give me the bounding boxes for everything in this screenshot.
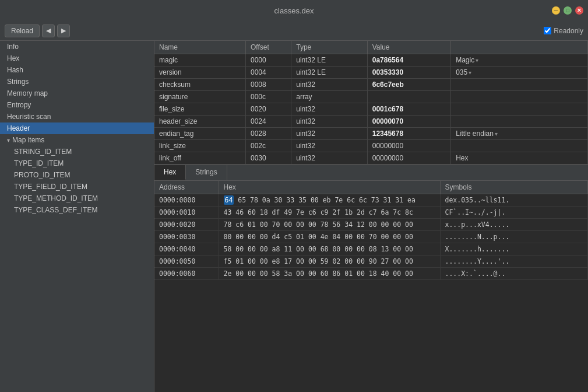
cell-value: 00000000 — [367, 152, 450, 164]
cell-extra[interactable]: Little endian ▾ — [451, 128, 588, 140]
sidebar-item-map-items[interactable]: ▾Map items — [0, 134, 154, 146]
sidebar-item-label: PROTO_ID_ITEM — [14, 171, 70, 179]
dropdown-arrow-icon[interactable]: ▾ — [476, 57, 478, 64]
hex-row: 0000:003000 00 00 00 d4 c5 01 00 4e 04 0… — [154, 231, 588, 243]
dropdown-arrow-icon[interactable]: ▾ — [495, 131, 498, 137]
sidebar-item-strings[interactable]: Strings — [0, 76, 154, 88]
cell-value: 6c6c7eeb — [367, 79, 450, 91]
hex-address: 0000:0020 — [154, 219, 219, 231]
cell-extra: Hex — [451, 152, 588, 164]
cell-offset: 0004 — [246, 66, 291, 79]
dropdown-arrow-icon[interactable]: ▾ — [469, 69, 471, 76]
data-table: Name Offset Type Value magic0000uint32 L… — [154, 41, 588, 164]
window-title: classes.dex — [274, 6, 314, 15]
cell-name: link_size — [154, 140, 246, 152]
table-row[interactable]: header_size0024uint3200000070 — [154, 116, 588, 128]
cell-extra — [451, 116, 588, 128]
cell-type: uint32 LE — [291, 66, 367, 79]
col-offset: Offset — [246, 41, 291, 54]
table-row[interactable]: file_size0020uint320001c678 — [154, 103, 588, 116]
cell-name: magic — [154, 54, 246, 66]
cell-name: signature — [154, 91, 246, 103]
cell-offset: 0008 — [246, 79, 291, 91]
hex-table: Address Hex Symbols 0000:000064 65 78 0a… — [154, 181, 588, 280]
cell-name: header_size — [154, 116, 246, 128]
main-content: InfoHexHashStringsMemory mapEntropyHeuri… — [0, 41, 588, 392]
cell-offset: 0000 — [246, 54, 291, 66]
sidebar-item-proto-id-item[interactable]: PROTO_ID_ITEM — [0, 169, 154, 181]
sidebar-item-heuristic-scan[interactable]: Heuristic scan — [0, 111, 154, 123]
sidebar-item-type-method-id-item[interactable]: TYPE_METHOD_ID_ITEM — [0, 192, 154, 204]
sidebar: InfoHexHashStringsMemory mapEntropyHeuri… — [0, 41, 154, 392]
sidebar-item-hex[interactable]: Hex — [0, 52, 154, 64]
toolbar: Reload ◀ ▶ Readonly — [0, 21, 588, 41]
hex-address: 0000:0010 — [154, 206, 219, 219]
data-table-area: Name Offset Type Value magic0000uint32 L… — [154, 41, 588, 165]
table-row[interactable]: endian_tag0028uint3212345678Little endia… — [154, 128, 588, 140]
cell-type: uint32 — [291, 79, 367, 91]
title-bar: classes.dex ─ □ ✕ — [0, 0, 588, 21]
cell-value: 12345678 — [367, 128, 450, 140]
table-row[interactable]: link_size002cuint3200000000 — [154, 140, 588, 152]
sidebar-item-label: TYPE_ID_ITEM — [14, 159, 64, 167]
sidebar-item-entropy[interactable]: Entropy — [0, 99, 154, 111]
cell-type: uint32 — [291, 140, 367, 152]
maximize-button[interactable]: □ — [564, 6, 572, 15]
cell-value: 00353330 — [367, 66, 450, 79]
readonly-checkbox-area: Readonly — [544, 27, 583, 35]
cell-offset: 0020 — [246, 103, 291, 116]
minimize-button[interactable]: ─ — [552, 6, 560, 15]
sidebar-item-label: STRING_ID_ITEM — [14, 148, 72, 156]
hex-symbols: CF`..I~../.-j|. — [440, 206, 588, 219]
cell-value: 00000000 — [367, 140, 450, 152]
cell-offset: 000c — [246, 91, 291, 103]
cell-value — [367, 91, 450, 103]
sidebar-item-type-field-id-item[interactable]: TYPE_FIELD_ID_ITEM — [0, 181, 154, 192]
hex-col-symbols: Symbols — [440, 181, 588, 194]
table-header-row: Name Offset Type Value — [154, 41, 588, 54]
sidebar-item-type-id-item[interactable]: TYPE_ID_ITEM — [0, 158, 154, 169]
col-type: Type — [291, 41, 367, 54]
cell-offset: 0028 — [246, 128, 291, 140]
tab-strings-tab[interactable]: Strings — [186, 165, 227, 180]
sidebar-item-hash[interactable]: Hash — [0, 64, 154, 76]
hex-bytes: 43 46 60 18 df 49 7e c6 c9 2f 1b 2d c7 6… — [219, 206, 440, 219]
sidebar-item-info[interactable]: Info — [0, 41, 154, 52]
cell-type: uint32 — [291, 128, 367, 140]
readonly-checkbox[interactable] — [544, 27, 551, 34]
cell-extra — [451, 103, 588, 116]
table-row[interactable]: version0004uint32 LE00353330035 ▾ — [154, 66, 588, 79]
table-row[interactable]: link_off0030uint3200000000Hex — [154, 152, 588, 164]
sidebar-item-string-id-item[interactable]: STRING_ID_ITEM — [0, 146, 154, 158]
hex-col-hex: Hex — [219, 181, 440, 194]
hex-highlight: 64 — [224, 195, 234, 205]
cell-value: 00000070 — [367, 116, 450, 128]
sidebar-item-type-class-def-item[interactable]: TYPE_CLASS_DEF_ITEM — [0, 204, 154, 216]
cell-type: uint32 — [291, 116, 367, 128]
sidebar-item-label: TYPE_CLASS_DEF_ITEM — [14, 206, 97, 214]
cell-extra[interactable]: Magic ▾ — [451, 54, 588, 66]
sidebar-item-label: Header — [7, 124, 30, 132]
sidebar-item-label: TYPE_METHOD_ID_ITEM — [14, 194, 98, 202]
cell-value: 0a786564 — [367, 54, 450, 66]
table-row[interactable]: signature000carray — [154, 91, 588, 103]
close-button[interactable]: ✕ — [575, 6, 583, 15]
sidebar-item-memory-map[interactable]: Memory map — [0, 88, 154, 99]
hex-row: 0000:0050f5 01 00 00 e8 17 00 00 59 02 0… — [154, 256, 588, 268]
sidebar-item-label: Memory map — [7, 89, 48, 97]
hex-row: 0000:002078 c6 01 00 70 00 00 00 78 56 3… — [154, 219, 588, 231]
hex-symbols: X.......h....... — [440, 243, 588, 256]
table-row[interactable]: checksum0008uint326c6c7eeb — [154, 79, 588, 91]
sidebar-item-label: Hash — [7, 66, 23, 74]
back-button[interactable]: ◀ — [42, 24, 55, 37]
reload-button[interactable]: Reload — [5, 24, 40, 37]
table-row[interactable]: magic0000uint32 LE0a786564Magic ▾ — [154, 54, 588, 66]
sidebar-item-header[interactable]: Header — [0, 123, 154, 134]
cell-extra[interactable]: 035 ▾ — [451, 66, 588, 79]
tab-hex-tab[interactable]: Hex — [154, 165, 186, 180]
cell-extra — [451, 91, 588, 103]
col-extra — [451, 41, 588, 54]
hex-symbols: x...p...xV4..... — [440, 219, 588, 231]
forward-button[interactable]: ▶ — [57, 24, 70, 37]
hex-row: 0000:001043 46 60 18 df 49 7e c6 c9 2f 1… — [154, 206, 588, 219]
